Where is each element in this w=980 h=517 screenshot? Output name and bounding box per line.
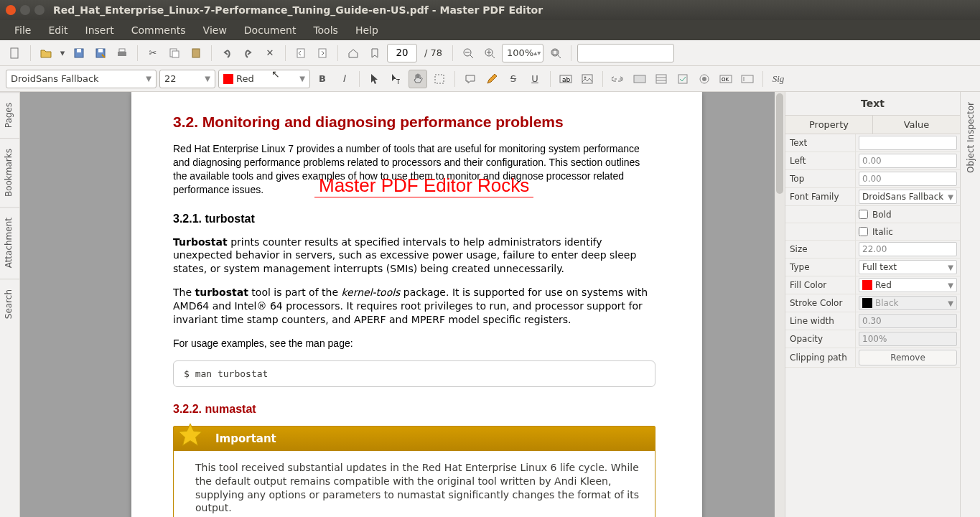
prop-top-label: Top [785,170,856,187]
font-family-combo[interactable]: DroidSans Fallback▼ [6,70,157,88]
home-button[interactable] [344,44,363,62]
next-page-button[interactable] [313,44,332,62]
page-total-label: / 78 [420,47,447,58]
dock-tab-attachment[interactable]: Attachment [0,207,19,278]
document-viewport[interactable]: 3.2. Monitoring and diagnosing performan… [20,92,785,517]
prop-type-label: Type [785,258,856,276]
select-tool[interactable] [365,70,384,88]
cut-button[interactable]: ✂ [144,44,162,62]
checkbox-tool[interactable] [673,70,692,88]
prop-text-input[interactable] [859,136,957,150]
save-as-button[interactable] [91,44,110,62]
chevron-down-icon[interactable]: ▾ [58,44,67,62]
svg-rect-9 [192,49,200,57]
link-tool[interactable] [609,70,627,88]
menu-comments[interactable]: Comments [124,22,193,39]
prop-stroke-color-select[interactable]: Black▼ [859,296,957,310]
menu-insert[interactable]: Insert [78,22,121,39]
prop-text-label: Text [785,134,856,152]
list-box-tool[interactable] [652,70,671,88]
prop-top-input[interactable] [859,172,957,186]
prop-clipping-remove-button[interactable]: Remove [859,350,957,365]
star-icon [177,422,204,450]
prev-page-button[interactable] [291,44,310,62]
prop-italic-checkbox[interactable]: Italic [859,227,893,237]
svg-rect-32 [678,75,687,83]
svg-text:T: T [396,79,400,85]
form-button-tool[interactable] [630,70,649,88]
paragraph: Turbostat prints counter results at spec… [173,236,655,276]
menu-tools[interactable]: Tools [306,22,345,39]
text-field-tool[interactable]: ab [556,70,575,88]
svg-text:OK: OK [722,77,729,83]
bold-button[interactable]: B [313,70,332,88]
signature-tool[interactable]: Sig [769,70,788,88]
prop-font-family-select[interactable]: DroidSans Fallback▼ [859,190,957,204]
close-icon[interactable] [6,5,16,15]
zoom-fit-button[interactable] [546,44,565,62]
zoom-in-button[interactable] [480,44,499,62]
svg-line-13 [470,55,473,58]
svg-rect-29 [656,75,666,83]
italic-button[interactable]: I [335,70,353,88]
print-button[interactable] [113,44,131,62]
menu-edit[interactable]: Edit [41,22,75,39]
vertical-scrollbar[interactable] [775,92,785,517]
image-tool[interactable] [578,70,597,88]
prop-opacity-label: Opacity [785,330,856,348]
zoom-out-button[interactable] [459,44,477,62]
new-doc-button[interactable] [6,44,24,62]
redo-button[interactable] [239,44,258,62]
radio-tool[interactable] [695,70,714,88]
bookmark-button[interactable] [365,44,384,62]
menu-view[interactable]: View [196,22,234,39]
zoom-combo[interactable]: 100%▴▾ [502,44,543,62]
menu-document[interactable]: Document [237,22,304,39]
prop-bold-checkbox[interactable]: Bold [859,210,892,220]
toolbar-main: ▾ ✂ ✕ / 78 100%▴▾ [0,40,980,66]
marquee-tool[interactable] [430,70,449,88]
prop-clipping-label: Clipping path [785,348,856,367]
font-family-value: DroidSans Fallback [11,73,99,84]
paste-button[interactable] [187,44,205,62]
text-annotation[interactable]: Master PDF Editor Rocks [314,174,533,197]
object-inspector-panel: Text Property Value Text Left Top Font F… [785,92,960,517]
minimize-icon[interactable] [20,5,30,15]
page-number-input[interactable] [387,44,417,62]
menu-help[interactable]: Help [348,22,386,39]
undo-button[interactable] [218,44,236,62]
prop-left-input[interactable] [859,154,957,168]
toolbar-format: DroidSans Fallback▼ 22▼ Red▼ B I T S U a… [0,66,980,92]
strikeout-tool[interactable]: S [504,70,523,88]
title-bar: Red_Hat_Enterprise_Linux-7-Performance_T… [0,0,980,20]
prop-fill-color-select[interactable]: Red▼ [859,278,957,292]
copy-button[interactable] [165,44,184,62]
maximize-icon[interactable] [34,5,45,15]
prop-stroke-color-label: Stroke Color [785,294,856,312]
dock-tab-object-inspector[interactable]: Object Inspector [962,92,979,183]
underline-tool[interactable]: U [526,70,544,88]
prop-size-input[interactable] [859,242,957,256]
svg-line-20 [558,55,561,58]
menu-file[interactable]: File [7,22,38,39]
pencil-tool[interactable] [482,70,501,88]
dock-tab-search[interactable]: Search [0,279,19,329]
prop-opacity-input[interactable] [859,332,957,346]
open-button[interactable] [37,44,55,62]
combo-box-tool[interactable]: OK [717,70,735,88]
hand-tool[interactable] [409,70,427,88]
prop-type-select[interactable]: Full text▼ [859,260,957,274]
font-color-combo[interactable]: Red▼ [218,70,310,88]
search-input[interactable] [577,44,674,62]
font-size-combo[interactable]: 22▼ [159,70,215,88]
text-box-tool[interactable] [738,70,757,88]
dock-tab-pages[interactable]: Pages [0,92,19,138]
note-tool[interactable] [461,70,480,88]
inspector-title: Text [785,92,960,115]
prop-line-width-input[interactable] [859,314,957,328]
scrollbar-thumb[interactable] [776,93,783,194]
edit-text-tool[interactable]: T [387,70,406,88]
save-button[interactable] [70,44,88,62]
cancel-button[interactable]: ✕ [261,44,279,62]
dock-tab-bookmarks[interactable]: Bookmarks [0,138,19,207]
